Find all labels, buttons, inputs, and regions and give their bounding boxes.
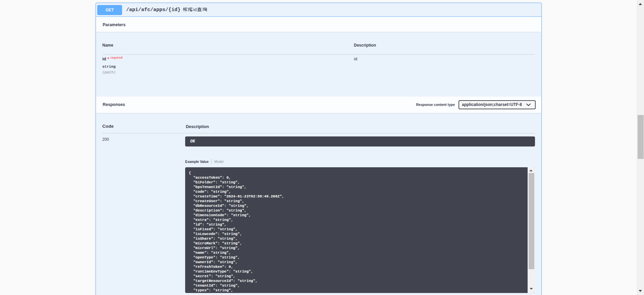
svg-text:id: id xyxy=(193,7,197,12)
